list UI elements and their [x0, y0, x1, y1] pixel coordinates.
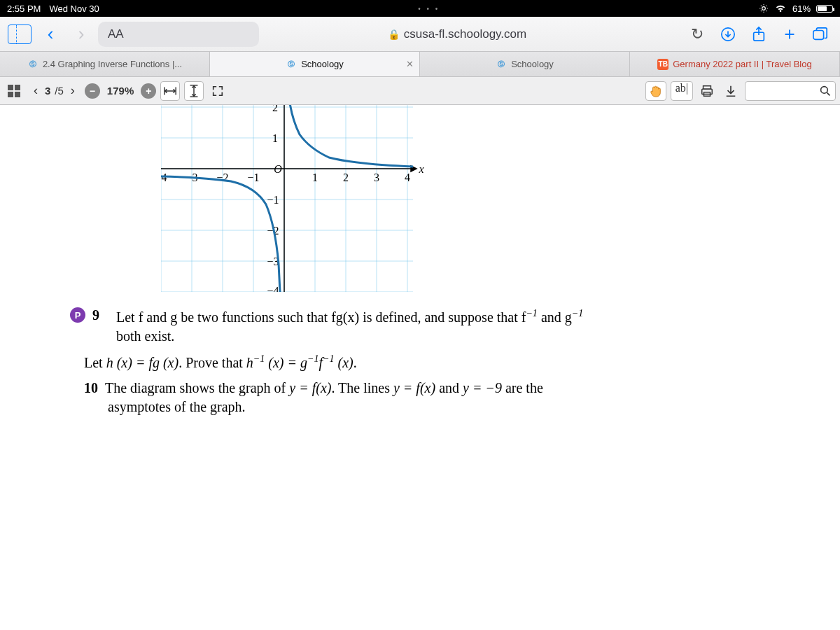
question-10: 10The diagram shows the graph of y = f(x… — [84, 379, 770, 398]
tab-graphing-inverse[interactable]: Ⓢ 2.4 Graphing Inverse Functions |... — [0, 52, 210, 76]
tab-strip: Ⓢ 2.4 Graphing Inverse Functions |... Ⓢ … — [0, 52, 840, 77]
text-select-button[interactable]: ab| — [671, 81, 693, 101]
svg-text:−1: −1 — [267, 194, 279, 206]
tab-travel-blog[interactable]: TB Germany 2022 part II | Travel Blog — [630, 52, 840, 76]
svg-text:x: x — [418, 163, 424, 175]
svg-text:−1: −1 — [247, 172, 259, 183]
pdf-page: −4−3−2 −1 1234 O 21 −1−2 −3−4 x P 9 — [56, 105, 784, 416]
svg-text:2: 2 — [343, 172, 349, 183]
address-bar[interactable]: 🔒 csusa-fl.schoology.com — [262, 27, 652, 41]
fit-height-button[interactable] — [184, 81, 204, 101]
sidebar-toggle-button[interactable] — [6, 20, 34, 48]
tab-schoology-active[interactable]: Ⓢ Schoology ✕ — [210, 52, 420, 76]
close-tab-icon[interactable]: ✕ — [406, 59, 414, 69]
current-page[interactable]: 3 — [45, 85, 50, 97]
page-total: /5 — [55, 85, 64, 97]
schoology-favicon-icon: Ⓢ — [27, 59, 38, 70]
battery-percent: 61% — [792, 4, 811, 14]
forward-button: › — [67, 20, 95, 48]
svg-text:O: O — [274, 163, 282, 175]
q10-line2: asymptotes of the graph. — [108, 398, 770, 416]
status-date: Wed Nov 30 — [49, 4, 99, 14]
safari-toolbar: ‹ › AA 🔒 csusa-fl.schoology.com ↻ — [0, 17, 840, 52]
q9-text-line2: both exist. — [116, 327, 770, 346]
battery-icon — [816, 5, 833, 13]
q9-number: 9 — [92, 307, 109, 323]
svg-text:−4: −4 — [267, 285, 279, 292]
svg-rect-3 — [813, 30, 824, 39]
new-tab-button[interactable] — [776, 20, 804, 48]
back-button[interactable]: ‹ — [36, 20, 64, 48]
print-button[interactable] — [697, 81, 717, 101]
pan-tool-button[interactable] — [645, 81, 666, 101]
zoom-out-button[interactable]: − — [85, 83, 100, 99]
travel-blog-favicon-icon: TB — [657, 59, 668, 70]
wifi-icon — [774, 4, 787, 13]
next-page-button[interactable]: › — [68, 83, 78, 98]
reload-button[interactable]: ↻ — [683, 20, 711, 48]
svg-text:3: 3 — [374, 172, 379, 183]
zoom-in-button[interactable]: + — [141, 83, 156, 99]
svg-text:2: 2 — [272, 105, 278, 113]
zoom-level[interactable]: 179% — [107, 85, 134, 97]
downloads-button[interactable] — [714, 20, 742, 48]
svg-text:1: 1 — [312, 172, 318, 183]
url-text: csusa-fl.schoology.com — [404, 27, 526, 41]
pdf-toolbar: ‹ 3 /5 › − 179% + ab| — [0, 77, 840, 105]
tab-schoology-2[interactable]: Ⓢ Schoology — [420, 52, 630, 76]
reciprocal-graph: −4−3−2 −1 1234 O 21 −1−2 −3−4 x — [161, 105, 770, 295]
pdf-search-input[interactable] — [745, 81, 836, 101]
svg-point-0 — [762, 7, 766, 10]
status-time: 2:55 PM — [7, 4, 41, 14]
multitask-dots[interactable]: • • • — [99, 5, 759, 13]
thumbnails-button[interactable] — [4, 81, 24, 101]
prev-page-button[interactable]: ‹ — [31, 83, 41, 98]
pdf-content-area[interactable]: −4−3−2 −1 1234 O 21 −1−2 −3−4 x P 9 — [0, 105, 840, 630]
share-button[interactable] — [745, 20, 773, 48]
schoology-favicon-icon: Ⓢ — [286, 59, 297, 70]
tabs-overview-button[interactable] — [806, 20, 834, 48]
question-9: P 9 Let f and g be two functions such th… — [70, 307, 770, 346]
reader-aa-button[interactable]: AA — [98, 22, 259, 47]
svg-point-7 — [821, 86, 828, 93]
lock-icon: 🔒 — [388, 29, 400, 40]
fit-width-button[interactable] — [160, 81, 180, 101]
download-button[interactable] — [721, 81, 741, 101]
q9-text-line3: Let h (x) = fg (x). Prove that h−1 (x) =… — [84, 353, 770, 372]
problem-badge-icon: P — [70, 307, 85, 323]
schoology-favicon-icon: Ⓢ — [496, 59, 507, 70]
svg-text:4: 4 — [405, 172, 410, 183]
fullscreen-button[interactable] — [208, 81, 227, 101]
q9-text-line1: Let f and g be two functions such that f… — [116, 307, 770, 327]
search-icon — [820, 85, 831, 97]
page-nav: ‹ 3 /5 › — [31, 83, 78, 98]
sync-icon — [759, 4, 769, 13]
svg-text:1: 1 — [272, 132, 278, 144]
ipad-status-bar: 2:55 PM Wed Nov 30 • • • 61% — [0, 0, 840, 17]
